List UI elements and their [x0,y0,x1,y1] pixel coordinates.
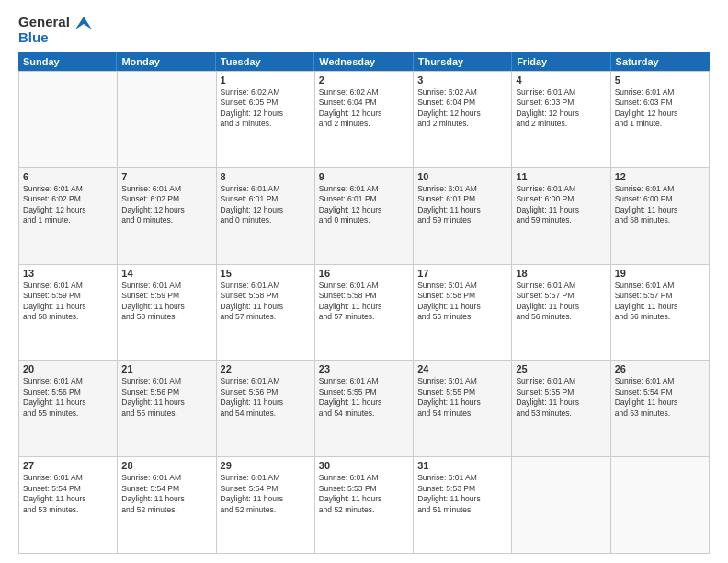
day-cell-25: 25Sunrise: 6:01 AM Sunset: 5:55 PM Dayli… [512,361,610,457]
day-number: 27 [23,460,113,471]
cell-info: Sunrise: 6:02 AM Sunset: 6:05 PM Dayligh… [221,87,311,130]
day-number: 7 [121,171,211,182]
cell-info: Sunrise: 6:01 AM Sunset: 5:56 PM Dayligh… [23,376,113,419]
day-number: 8 [221,171,311,182]
day-cell-1: 1Sunrise: 6:02 AM Sunset: 6:05 PM Daylig… [217,72,315,168]
day-cell-7: 7Sunrise: 6:01 AM Sunset: 6:02 PM Daylig… [118,168,216,265]
day-number: 24 [417,363,507,374]
cell-info: Sunrise: 6:01 AM Sunset: 5:53 PM Dayligh… [319,473,409,515]
cell-info: Sunrise: 6:01 AM Sunset: 5:58 PM Dayligh… [319,281,409,323]
cell-info: Sunrise: 6:01 AM Sunset: 6:01 PM Dayligh… [221,184,311,226]
header-day-tuesday: Tuesday [216,52,314,71]
cell-info: Sunrise: 6:01 AM Sunset: 6:01 PM Dayligh… [417,184,507,226]
cell-info: Sunrise: 6:01 AM Sunset: 5:57 PM Dayligh… [516,281,606,323]
cell-info: Sunrise: 6:02 AM Sunset: 6:04 PM Dayligh… [319,87,409,130]
header-day-saturday: Saturday [611,52,710,71]
day-cell-23: 23Sunrise: 6:01 AM Sunset: 5:55 PM Dayli… [315,361,414,457]
day-cell-28: 28Sunrise: 6:01 AM Sunset: 5:54 PM Dayli… [118,457,216,554]
day-number: 13 [23,268,113,279]
day-cell-21: 21Sunrise: 6:01 AM Sunset: 5:56 PM Dayli… [118,361,216,457]
day-cell-6: 6Sunrise: 6:01 AM Sunset: 6:02 PM Daylig… [19,168,118,265]
day-cell-11: 11Sunrise: 6:01 AM Sunset: 6:00 PM Dayli… [512,168,610,265]
day-number: 2 [319,75,409,86]
cell-info: Sunrise: 6:01 AM Sunset: 5:56 PM Dayligh… [221,376,311,419]
day-number: 16 [319,268,409,279]
day-number: 15 [221,268,311,279]
svg-marker-0 [75,17,92,29]
day-cell-29: 29Sunrise: 6:01 AM Sunset: 5:54 PM Dayli… [217,457,315,554]
cell-info: Sunrise: 6:01 AM Sunset: 5:54 PM Dayligh… [615,376,705,419]
cell-info: Sunrise: 6:01 AM Sunset: 5:54 PM Dayligh… [121,473,211,515]
cell-info: Sunrise: 6:01 AM Sunset: 6:03 PM Dayligh… [615,87,705,130]
header-day-friday: Friday [512,52,610,71]
header-day-monday: Monday [117,52,215,71]
day-number: 3 [417,75,507,86]
logo-text-line2: Blue [18,30,92,46]
cell-info: Sunrise: 6:01 AM Sunset: 6:02 PM Dayligh… [23,184,113,226]
page: General Blue SundayMondayTuesdayWednesda… [0,0,728,563]
day-cell-9: 9Sunrise: 6:01 AM Sunset: 6:01 PM Daylig… [315,168,414,265]
cell-info: Sunrise: 6:01 AM Sunset: 5:58 PM Dayligh… [221,281,311,323]
day-number: 26 [615,363,705,374]
day-cell-19: 19Sunrise: 6:01 AM Sunset: 5:57 PM Dayli… [611,265,710,362]
day-number: 23 [319,363,409,374]
cell-info: Sunrise: 6:01 AM Sunset: 6:02 PM Dayligh… [121,184,211,226]
day-number: 5 [615,75,705,86]
cell-info: Sunrise: 6:02 AM Sunset: 6:04 PM Dayligh… [417,87,507,130]
day-cell-15: 15Sunrise: 6:01 AM Sunset: 5:58 PM Dayli… [217,265,315,362]
day-cell-3: 3Sunrise: 6:02 AM Sunset: 6:04 PM Daylig… [414,72,512,168]
day-number: 6 [23,171,113,182]
day-number: 19 [615,268,705,279]
day-cell-24: 24Sunrise: 6:01 AM Sunset: 5:55 PM Dayli… [414,361,512,457]
logo-bird-icon [75,17,92,29]
cell-info: Sunrise: 6:01 AM Sunset: 6:00 PM Dayligh… [516,184,606,226]
day-cell-18: 18Sunrise: 6:01 AM Sunset: 5:57 PM Dayli… [512,265,610,362]
day-cell-16: 16Sunrise: 6:01 AM Sunset: 5:58 PM Dayli… [315,265,414,362]
day-number: 18 [516,268,606,279]
day-cell-30: 30Sunrise: 6:01 AM Sunset: 5:53 PM Dayli… [315,457,414,554]
cell-info: Sunrise: 6:01 AM Sunset: 5:56 PM Dayligh… [121,376,211,419]
cell-info: Sunrise: 6:01 AM Sunset: 5:58 PM Dayligh… [417,281,507,323]
day-number: 21 [121,363,211,374]
cell-info: Sunrise: 6:01 AM Sunset: 5:54 PM Dayligh… [23,473,113,515]
cell-info: Sunrise: 6:01 AM Sunset: 5:57 PM Dayligh… [615,281,705,323]
day-number: 22 [221,363,311,374]
day-cell-empty [611,457,710,554]
day-cell-empty [512,457,610,554]
day-cell-13: 13Sunrise: 6:01 AM Sunset: 5:59 PM Dayli… [19,265,118,362]
logo-text-line1: General [18,15,92,30]
header-day-wednesday: Wednesday [314,52,413,71]
day-cell-20: 20Sunrise: 6:01 AM Sunset: 5:56 PM Dayli… [19,361,118,457]
cell-info: Sunrise: 6:01 AM Sunset: 5:54 PM Dayligh… [221,473,311,515]
cell-info: Sunrise: 6:01 AM Sunset: 5:53 PM Dayligh… [417,473,507,515]
day-number: 14 [121,268,211,279]
day-number: 11 [516,171,606,182]
day-number: 17 [417,268,507,279]
calendar-body: 1Sunrise: 6:02 AM Sunset: 6:05 PM Daylig… [18,71,710,554]
cell-info: Sunrise: 6:01 AM Sunset: 5:59 PM Dayligh… [23,281,113,323]
day-number: 9 [319,171,409,182]
day-number: 12 [615,171,705,182]
cell-info: Sunrise: 6:01 AM Sunset: 6:01 PM Dayligh… [319,184,409,226]
cell-info: Sunrise: 6:01 AM Sunset: 5:55 PM Dayligh… [319,376,409,419]
day-number: 29 [221,460,311,471]
day-number: 28 [121,460,211,471]
day-cell-4: 4Sunrise: 6:01 AM Sunset: 6:03 PM Daylig… [512,72,610,168]
day-cell-27: 27Sunrise: 6:01 AM Sunset: 5:54 PM Dayli… [19,457,118,554]
day-number: 4 [516,75,606,86]
day-cell-10: 10Sunrise: 6:01 AM Sunset: 6:01 PM Dayli… [414,168,512,265]
day-number: 10 [417,171,507,182]
header-day-sunday: Sunday [18,52,117,71]
day-cell-17: 17Sunrise: 6:01 AM Sunset: 5:58 PM Dayli… [414,265,512,362]
cell-info: Sunrise: 6:01 AM Sunset: 5:59 PM Dayligh… [121,281,211,323]
day-number: 20 [23,363,113,374]
day-number: 30 [319,460,409,471]
cell-info: Sunrise: 6:01 AM Sunset: 6:00 PM Dayligh… [615,184,705,226]
day-cell-5: 5Sunrise: 6:01 AM Sunset: 6:03 PM Daylig… [611,72,710,168]
cell-info: Sunrise: 6:01 AM Sunset: 5:55 PM Dayligh… [516,376,606,419]
calendar: SundayMondayTuesdayWednesdayThursdayFrid… [18,52,710,554]
day-number: 25 [516,363,606,374]
day-cell-empty [118,72,216,168]
header: General Blue [18,15,710,45]
calendar-header: SundayMondayTuesdayWednesdayThursdayFrid… [18,52,710,71]
